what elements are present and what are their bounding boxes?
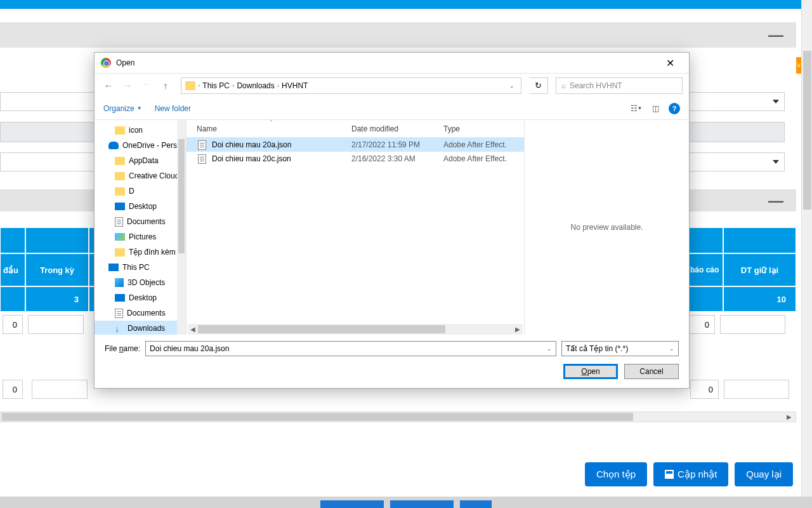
up-arrow-icon[interactable]: ↑ bbox=[158, 78, 173, 93]
chevron-down-icon: ⌄ bbox=[669, 345, 674, 352]
collapse-icon[interactable]: — bbox=[768, 192, 783, 210]
cell-input[interactable] bbox=[3, 380, 23, 399]
file-row[interactable]: Doi chieu mau 20c.json2/16/2022 3:30 AMA… bbox=[187, 152, 524, 166]
bottom-bar bbox=[0, 497, 812, 508]
tree-item[interactable]: This PC bbox=[95, 260, 186, 275]
cell-input[interactable] bbox=[28, 315, 84, 334]
cell-input[interactable] bbox=[724, 380, 789, 399]
tree-scrollbar[interactable] bbox=[177, 120, 186, 335]
file-open-dialog: Open ✕ ← → ﹀ ↑ › This PC › Downloads › H… bbox=[94, 52, 690, 389]
collapse-icon[interactable]: — bbox=[768, 26, 783, 44]
column-header-date[interactable]: Date modified bbox=[351, 124, 443, 133]
breadcrumb-item[interactable]: HVHNT bbox=[282, 81, 308, 90]
chevron-down-icon: ⌄ bbox=[547, 345, 552, 352]
chevron-down-icon bbox=[773, 100, 779, 104]
cell-input[interactable] bbox=[720, 315, 785, 334]
organize-menu[interactable]: Organize ▼ bbox=[103, 104, 142, 113]
action-buttons: Chọn tệp Cập nhật Quay lại bbox=[585, 462, 793, 486]
doc-icon bbox=[115, 217, 123, 227]
scrollbar-thumb[interactable] bbox=[2, 413, 633, 421]
back-arrow-icon[interactable]: ← bbox=[101, 78, 116, 93]
file-date: 2/17/2022 11:59 PM bbox=[351, 140, 443, 149]
doc-icon bbox=[115, 309, 123, 318]
tree-item[interactable]: Tệp đính kèm bbox=[95, 244, 186, 260]
file-list: Doi chieu mau 20a.json2/17/2022 11:59 PM… bbox=[187, 138, 524, 324]
back-button[interactable]: Quay lại bbox=[735, 462, 793, 486]
col-header-dau: đầu bbox=[0, 253, 25, 286]
chevron-right-icon: › bbox=[232, 82, 234, 89]
cell-input[interactable] bbox=[3, 315, 23, 334]
tree-item-label: D bbox=[129, 187, 134, 196]
tree-item-label: icon bbox=[129, 126, 143, 135]
side-tag[interactable]: V bbox=[796, 57, 801, 74]
tree-item[interactable]: Desktop bbox=[95, 290, 186, 305]
address-bar[interactable]: › This PC › Downloads › HVHNT ⌄ bbox=[181, 77, 521, 94]
button-label: Cập nhật bbox=[678, 469, 717, 480]
scrollbar-thumb[interactable] bbox=[803, 51, 811, 210]
tree-item[interactable]: 3D Objects bbox=[95, 275, 186, 290]
open-button[interactable]: Open bbox=[563, 364, 618, 379]
page-top-bar bbox=[0, 0, 812, 9]
desktop-icon bbox=[115, 203, 125, 210]
cell-input[interactable] bbox=[690, 380, 719, 399]
file-icon bbox=[198, 154, 208, 164]
tree-item[interactable]: Creative Cloud F bbox=[95, 168, 186, 184]
cell-value: 3 bbox=[25, 286, 89, 312]
help-icon[interactable]: ? bbox=[669, 103, 680, 114]
file-list-hscrollbar[interactable]: ◀ ▶ bbox=[188, 324, 523, 335]
cancel-button[interactable]: Cancel bbox=[624, 364, 679, 379]
preview-message: No preview available. bbox=[570, 223, 643, 232]
history-dropdown-icon[interactable]: ﹀ bbox=[139, 78, 154, 93]
column-header-name[interactable]: Name ⌃ bbox=[187, 124, 351, 133]
scrollbar-thumb[interactable] bbox=[198, 325, 445, 333]
file-type: Adobe After Effect. bbox=[443, 154, 507, 163]
update-button[interactable]: Cập nhật bbox=[653, 462, 728, 486]
folder-icon bbox=[115, 248, 125, 257]
view-options-icon[interactable]: ☷ ▼ bbox=[631, 103, 642, 114]
tree-item[interactable]: Desktop bbox=[95, 199, 186, 214]
breadcrumb-item[interactable]: This PC bbox=[202, 81, 230, 90]
new-folder-button[interactable]: New folder bbox=[155, 104, 191, 113]
refresh-button[interactable]: ↻ bbox=[529, 77, 548, 94]
tree-item[interactable]: OneDrive - Person bbox=[95, 138, 186, 153]
filename-label: File name: bbox=[105, 344, 140, 353]
col-header-dtgiulai: DT giữ lại bbox=[723, 253, 796, 286]
breadcrumb-item[interactable]: Downloads bbox=[237, 81, 274, 90]
menu-label: Organize bbox=[103, 104, 134, 113]
tree-item[interactable]: Documents bbox=[95, 305, 186, 321]
file-row[interactable]: Doi chieu mau 20a.json2/17/2022 11:59 PM… bbox=[187, 138, 524, 152]
file-name: Doi chieu mau 20a.json bbox=[212, 140, 351, 149]
column-header-type[interactable]: Type bbox=[443, 124, 524, 133]
tree-item[interactable]: AppData bbox=[95, 153, 186, 168]
choose-file-button[interactable]: Chọn tệp bbox=[585, 462, 647, 486]
scroll-left-icon[interactable]: ◀ bbox=[188, 326, 198, 333]
close-button[interactable]: ✕ bbox=[657, 54, 683, 72]
preview-pane-icon[interactable]: ◫ bbox=[650, 103, 661, 114]
tree-item-label: 3D Objects bbox=[128, 278, 165, 287]
cell-input[interactable] bbox=[685, 315, 715, 334]
preview-pane: No preview available. bbox=[524, 120, 689, 335]
dialog-titlebar: Open ✕ bbox=[95, 53, 689, 73]
folder-icon bbox=[115, 187, 125, 196]
tree-item[interactable]: Downloads bbox=[95, 321, 186, 335]
cell-input[interactable] bbox=[32, 380, 88, 399]
tree-item-label: Documents bbox=[127, 309, 166, 318]
chrome-icon bbox=[101, 58, 111, 68]
folder-icon bbox=[115, 172, 125, 180]
vertical-scrollbar[interactable] bbox=[801, 0, 812, 508]
filetype-select[interactable]: Tất cả Tệp tin (*.*) ⌄ bbox=[561, 341, 679, 356]
tree-item[interactable]: Pictures bbox=[95, 229, 186, 244]
address-dropdown-icon[interactable]: ⌄ bbox=[507, 83, 517, 89]
tree-item[interactable]: Documents bbox=[95, 214, 186, 229]
pic-icon bbox=[115, 233, 125, 241]
scroll-right-icon[interactable]: ▶ bbox=[513, 326, 523, 333]
dialog-bottom: File name: Doi chieu mau 20a.json ⌄ Tất … bbox=[95, 335, 689, 388]
pc-icon bbox=[108, 264, 119, 271]
tree-item[interactable]: D bbox=[95, 184, 186, 199]
scroll-right-icon[interactable]: ▶ bbox=[787, 413, 796, 420]
search-input[interactable]: ⌕ Search HVHNT bbox=[556, 77, 683, 94]
tree-item[interactable]: icon bbox=[95, 123, 186, 138]
horizontal-scrollbar[interactable]: ▶ bbox=[0, 411, 796, 422]
scrollbar-thumb[interactable] bbox=[178, 139, 185, 253]
filename-input[interactable]: Doi chieu mau 20a.json ⌄ bbox=[145, 341, 556, 356]
